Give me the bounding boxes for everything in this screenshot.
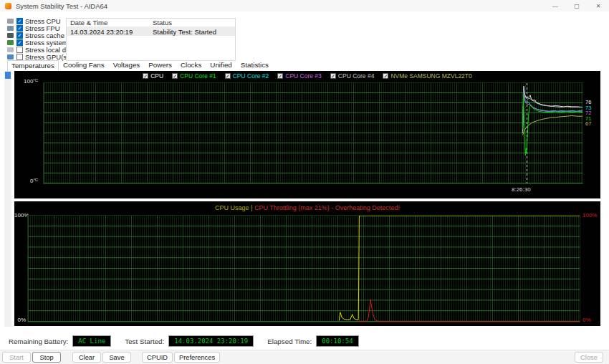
legend-label: CPU bbox=[150, 72, 163, 80]
maximize-icon[interactable]: ▢ bbox=[566, 0, 588, 11]
usage-min-left-label: 0% bbox=[17, 317, 26, 323]
gpu-icon bbox=[7, 54, 14, 59]
legend-checkbox[interactable]: ✓ bbox=[225, 73, 231, 79]
checkbox-stress-system-memory[interactable]: ✓ bbox=[16, 39, 23, 46]
temperature-series-cpu-core-1 bbox=[523, 93, 582, 155]
legend-item-cpu-core-4[interactable]: ✓CPU Core #4 bbox=[330, 72, 375, 80]
usage-max-left-label: 100% bbox=[14, 212, 26, 219]
minimize-icon[interactable]: — bbox=[545, 0, 566, 11]
fpu-icon bbox=[7, 26, 14, 31]
status-bar: Remaining Battery: AC Line Test Started:… bbox=[0, 333, 609, 349]
y-axis-max-label: 100°C bbox=[24, 78, 38, 85]
stress-option-stress-gpu-s[interactable]: Stress GPU(s) bbox=[7, 53, 66, 60]
usage-series-cpu-throttling bbox=[358, 300, 580, 321]
usage-min-right-label: 0% bbox=[582, 317, 591, 323]
stress-option-stress-local-disks[interactable]: Stress local disks bbox=[7, 46, 66, 53]
tab-voltages[interactable]: Voltages bbox=[109, 59, 145, 71]
save-button[interactable]: Save bbox=[102, 352, 131, 363]
close-icon[interactable]: ✕ bbox=[588, 0, 609, 11]
legend-item-cpu-core-1[interactable]: ✓CPU Core #1 bbox=[172, 72, 216, 80]
test-started-value: 14.03.2024 23:20:19 bbox=[168, 335, 254, 347]
legend-checkbox[interactable]: ✓ bbox=[383, 73, 388, 79]
charts-scrollbar[interactable] bbox=[4, 71, 11, 327]
battery-value: AC Line bbox=[72, 335, 111, 347]
current-value-label: 67 bbox=[585, 121, 591, 127]
temperature-series-cpu-core-2 bbox=[523, 90, 582, 128]
stop-button[interactable]: Stop bbox=[32, 352, 61, 363]
log-table-header: Date & Time Status bbox=[67, 19, 235, 27]
cpu-usage-chart-panel: CPU Usage | CPU Throttling (max 21%) - O… bbox=[14, 201, 600, 326]
stress-options-panel: ✓Stress CPU✓Stress FPU✓Stress cache✓Stre… bbox=[7, 17, 66, 60]
legend-label: CPU Core #1 bbox=[180, 72, 216, 80]
checkbox-stress-fpu[interactable]: ✓ bbox=[16, 25, 23, 32]
stability-test-window: System Stability Test - AIDA64 — ▢ ✕ ✓St… bbox=[0, 0, 609, 364]
y-axis-min-label: 0°C bbox=[30, 178, 38, 184]
log-row[interactable]: 14.03.2024 23:20:19Stability Test: Start… bbox=[67, 27, 235, 36]
clear-button[interactable]: Clear bbox=[72, 352, 101, 363]
chart-tabs: TemperaturesCooling FansVoltagesPowersCl… bbox=[7, 61, 273, 71]
legend-label: CPU Core #4 bbox=[338, 72, 375, 80]
checkbox-stress-local-disks[interactable] bbox=[16, 47, 23, 53]
start-button[interactable]: Start bbox=[2, 352, 31, 363]
window-title: System Stability Test - AIDA64 bbox=[16, 2, 107, 10]
temperature-legend: ✓CPU✓CPU Core #1✓CPU Core #2✓CPU Core #3… bbox=[14, 72, 600, 80]
cpu-usage-chart-title: CPU Usage | CPU Throttling (max 21%) - O… bbox=[14, 204, 600, 211]
close-button[interactable]: Close bbox=[575, 352, 603, 363]
cpu-usage-plot bbox=[27, 215, 580, 322]
legend-label: CPU Core #2 bbox=[233, 72, 269, 80]
stress-option-stress-system-memory[interactable]: ✓Stress system memory bbox=[7, 39, 66, 46]
legend-checkbox[interactable]: ✓ bbox=[172, 73, 178, 79]
temperatures-plot bbox=[43, 82, 583, 184]
cpuid-button[interactable]: CPUID bbox=[142, 352, 173, 363]
title-separator: | bbox=[249, 204, 254, 211]
scrollbar-thumb[interactable] bbox=[5, 72, 11, 79]
temperature-series-cpu-core-3 bbox=[523, 91, 582, 129]
tab-powers[interactable]: Powers bbox=[144, 59, 176, 71]
throttling-warning: CPU Throttling (max 21%) - Overheating D… bbox=[254, 204, 400, 211]
cpu-usage-title: CPU Usage bbox=[215, 204, 249, 211]
usage-max-right-label: 100% bbox=[582, 212, 597, 219]
checkbox-stress-cpu[interactable]: ✓ bbox=[16, 18, 23, 24]
tab-cooling-fans[interactable]: Cooling Fans bbox=[59, 59, 109, 71]
checkbox-stress-gpu-s[interactable] bbox=[16, 54, 23, 60]
title-bar: System Stability Test - AIDA64 — ▢ ✕ bbox=[0, 0, 609, 11]
usage-series-cpu-usage bbox=[339, 216, 580, 321]
test-log-table: Date & Time Status 14.03.2024 23:20:19St… bbox=[66, 18, 236, 61]
current-temperature-values: 7673727167 bbox=[585, 100, 591, 127]
legend-item-cpu[interactable]: ✓CPU bbox=[143, 72, 163, 80]
stress-option-stress-cache[interactable]: ✓Stress cache bbox=[7, 32, 66, 39]
legend-item-cpu-core-2[interactable]: ✓CPU Core #2 bbox=[225, 72, 269, 80]
legend-label: CPU Core #3 bbox=[285, 72, 322, 80]
checkbox-stress-cache[interactable]: ✓ bbox=[16, 32, 23, 39]
legend-checkbox[interactable]: ✓ bbox=[143, 73, 148, 79]
stress-option-stress-cpu[interactable]: ✓Stress CPU bbox=[7, 17, 66, 24]
log-datetime: 14.03.2024 23:20:19 bbox=[67, 28, 151, 36]
tab-clocks[interactable]: Clocks bbox=[176, 59, 206, 71]
stress-option-stress-fpu[interactable]: ✓Stress FPU bbox=[7, 24, 66, 32]
legend-checkbox[interactable]: ✓ bbox=[330, 73, 336, 79]
legend-label: NVMe SAMSUNG MZVL22T0 bbox=[390, 72, 471, 80]
disk-icon bbox=[7, 47, 14, 52]
aida64-app-icon bbox=[5, 3, 11, 9]
battery-label: Remaining Battery: bbox=[9, 337, 68, 345]
button-bar: StartStopClearSaveCPUIDPreferencesClose bbox=[0, 350, 609, 364]
elapsed-time-value: 00:10:54 bbox=[316, 335, 358, 347]
log-status: Stability Test: Started bbox=[151, 28, 235, 36]
tab-unified[interactable]: Unified bbox=[206, 59, 236, 71]
column-status: Status bbox=[151, 19, 235, 27]
legend-item-nvme-samsung-mzvl22t0[interactable]: ✓NVMe SAMSUNG MZVL22T0 bbox=[383, 72, 471, 80]
legend-item-cpu-core-3[interactable]: ✓CPU Core #3 bbox=[277, 72, 322, 80]
tab-temperatures[interactable]: Temperatures bbox=[7, 60, 59, 71]
cpu-icon bbox=[7, 19, 14, 24]
column-date-time: Date & Time bbox=[67, 19, 151, 27]
preferences-button[interactable]: Preferences bbox=[174, 352, 220, 363]
legend-checkbox[interactable]: ✓ bbox=[277, 73, 283, 79]
temperature-series-cpu bbox=[523, 86, 582, 131]
cache-icon bbox=[7, 33, 14, 38]
test-started-label: Test Started: bbox=[125, 337, 164, 345]
temperature-series-nvme-samsung-mzvl22t0 bbox=[523, 116, 582, 135]
tab-statistics[interactable]: Statistics bbox=[236, 59, 273, 71]
memory-icon bbox=[7, 40, 14, 45]
temperatures-chart-panel: ✓CPU✓CPU Core #1✓CPU Core #2✓CPU Core #3… bbox=[14, 71, 600, 198]
time-tick-label: 8:26:30 bbox=[512, 186, 531, 193]
